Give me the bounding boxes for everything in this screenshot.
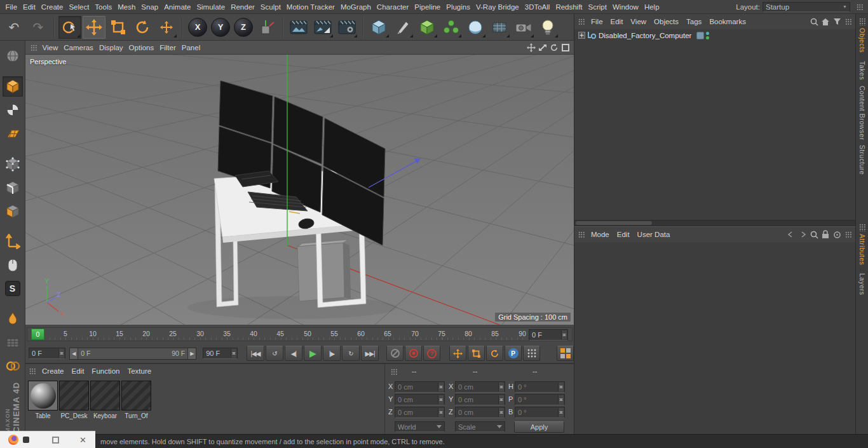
record-options-button[interactable]: ?	[423, 346, 440, 361]
texture-mode-button[interactable]	[3, 100, 23, 120]
menubar-item-simulate[interactable]: Simulate	[194, 0, 228, 13]
menubar-item-select[interactable]: Select	[66, 0, 92, 13]
panel-grip-icon[interactable]	[391, 369, 397, 375]
workplane-mode-button[interactable]	[3, 123, 23, 144]
lock-y-axis-button[interactable]: Y	[211, 18, 230, 37]
current-frame-field[interactable]: 0 F	[529, 329, 568, 341]
transform-mode-dropdown[interactable]: Scale	[455, 421, 505, 432]
timeline-ruler[interactable]: 0 5 10 15 20 25 30 35 40 45 50 55 60 65 …	[27, 327, 573, 341]
spinner-icon[interactable]	[231, 349, 236, 358]
object-tree[interactable]: Disabled_Factory_Computer	[574, 29, 855, 220]
prev-key-button[interactable]: ↺	[266, 346, 283, 361]
menubar-item-motion-tracker[interactable]: Motion Tracker	[283, 0, 337, 13]
rot-h-field[interactable]: 0 °	[515, 381, 565, 393]
add-spline-button[interactable]	[391, 16, 414, 39]
view-pan-icon[interactable]	[526, 42, 537, 53]
size-x-field[interactable]: 0 cm	[455, 381, 505, 393]
spinner-icon[interactable]	[558, 395, 564, 404]
menubar-item-mograph[interactable]: MoGraph	[337, 0, 374, 13]
spinner-icon[interactable]	[558, 408, 564, 417]
vp-menu-options[interactable]: Options	[126, 41, 157, 54]
mat-menu-edit[interactable]: Edit	[68, 364, 88, 378]
render-settings-button[interactable]	[336, 16, 358, 39]
layout-dropdown[interactable]: Startup ▼	[763, 2, 850, 12]
spinner-icon[interactable]	[498, 395, 504, 404]
menubar-item-pipeline[interactable]: Pipeline	[412, 0, 444, 13]
layer-color-chip[interactable]	[696, 32, 704, 39]
apply-button[interactable]: Apply	[514, 421, 564, 433]
add-subdivision-surface-button[interactable]	[416, 16, 438, 39]
material-name[interactable]: PC_Desk	[59, 412, 89, 419]
viewport-grip-icon[interactable]	[31, 44, 37, 51]
live-selection-button[interactable]	[58, 16, 81, 39]
menubar-item-snap[interactable]: Snap	[139, 0, 161, 13]
history-forward-icon[interactable]	[797, 229, 808, 240]
panel-tab-grip-icon[interactable]	[845, 18, 851, 25]
scrollbar-thumb[interactable]	[576, 221, 652, 225]
coordinate-system-button[interactable]	[255, 16, 278, 39]
mat-menu-texture[interactable]: Texture	[123, 364, 155, 378]
goto-start-button[interactable]: |◀◀	[247, 346, 264, 361]
key-scale-button[interactable]	[468, 346, 485, 361]
menubar-item-render[interactable]: Render	[228, 0, 258, 13]
rot-b-field[interactable]: 0 °	[515, 407, 565, 418]
menubar-grip-icon[interactable]	[857, 4, 863, 10]
workplane-lock-button[interactable]	[3, 332, 23, 353]
menubar-item-redshift[interactable]: Redshift	[553, 0, 585, 13]
record-button[interactable]	[405, 346, 422, 361]
size-z-field[interactable]: 0 cm	[455, 407, 505, 418]
panel-grip-icon[interactable]	[578, 18, 585, 25]
material-thumbnail[interactable]	[121, 381, 151, 411]
material-thumbnail[interactable]	[90, 381, 120, 411]
spinner-icon[interactable]	[558, 383, 564, 391]
range-right-handle-icon[interactable]: ▶	[187, 348, 196, 359]
mat-menu-create[interactable]: Create	[38, 364, 68, 378]
play-button[interactable]: ▶	[304, 346, 322, 361]
range-left-handle-icon[interactable]: ◀	[70, 348, 78, 359]
tab-attributes[interactable]: Attributes	[858, 234, 866, 265]
material-name[interactable]: Keyboar	[90, 412, 120, 419]
panel-grip-icon[interactable]	[29, 368, 36, 374]
lock-icon[interactable]	[820, 229, 831, 240]
snap-button[interactable]: S	[3, 278, 23, 299]
playhead[interactable]: 0	[31, 329, 44, 340]
menubar-item-plugins[interactable]: Plugins	[444, 0, 473, 13]
key-rotation-button[interactable]	[486, 346, 503, 361]
spinner-icon[interactable]	[438, 395, 444, 404]
add-array-button[interactable]	[488, 16, 511, 39]
horizontal-scrollbar[interactable]	[574, 220, 856, 226]
panel-tab-grip-icon[interactable]	[845, 231, 851, 238]
render-view-button[interactable]	[287, 16, 310, 39]
menubar-item-help[interactable]: Help	[641, 0, 662, 13]
material-name[interactable]: Turn_Of	[121, 412, 151, 419]
om-menu-bookmarks[interactable]: Bookmarks	[705, 14, 750, 29]
expand-icon[interactable]	[578, 30, 586, 41]
tab-structure[interactable]: Structure	[858, 145, 866, 175]
filter-icon[interactable]	[831, 16, 843, 27]
object-name[interactable]: Disabled_Factory_Computer	[599, 32, 691, 39]
frame-range-slider[interactable]: ◀ 0 F 90 F ▶	[69, 348, 196, 360]
add-field-button[interactable]	[464, 16, 487, 39]
om-menu-view[interactable]: View	[627, 14, 650, 29]
view-rotate-icon[interactable]	[548, 42, 560, 53]
add-cube-button[interactable]	[367, 16, 390, 39]
key-position-button[interactable]	[449, 346, 466, 361]
menubar-item-tools[interactable]: Tools	[92, 0, 115, 13]
keying-settings-button[interactable]	[557, 346, 574, 361]
tab-grip-icon[interactable]	[859, 18, 865, 25]
menubar-item-3dtoall[interactable]: 3DToAll	[522, 0, 553, 13]
vp-menu-view[interactable]: View	[39, 41, 61, 54]
am-menu-edit[interactable]: Edit	[613, 227, 634, 242]
next-key-button[interactable]: ↻	[342, 346, 360, 361]
next-frame-button[interactable]: |▶	[323, 346, 341, 361]
tab-takes[interactable]: Takes	[858, 61, 866, 80]
target-icon[interactable]	[831, 229, 843, 240]
menubar-item-create[interactable]: Create	[38, 0, 66, 13]
coord-space-dropdown[interactable]: World	[395, 421, 445, 432]
menubar-item-script[interactable]: Script	[585, 0, 609, 13]
history-back-icon[interactable]	[785, 229, 797, 240]
menubar-item-file[interactable]: File	[3, 0, 20, 13]
mat-menu-function[interactable]: Function	[88, 364, 123, 378]
vp-menu-panel[interactable]: Panel	[179, 41, 203, 54]
pos-x-field[interactable]: 0 cm	[395, 381, 445, 393]
